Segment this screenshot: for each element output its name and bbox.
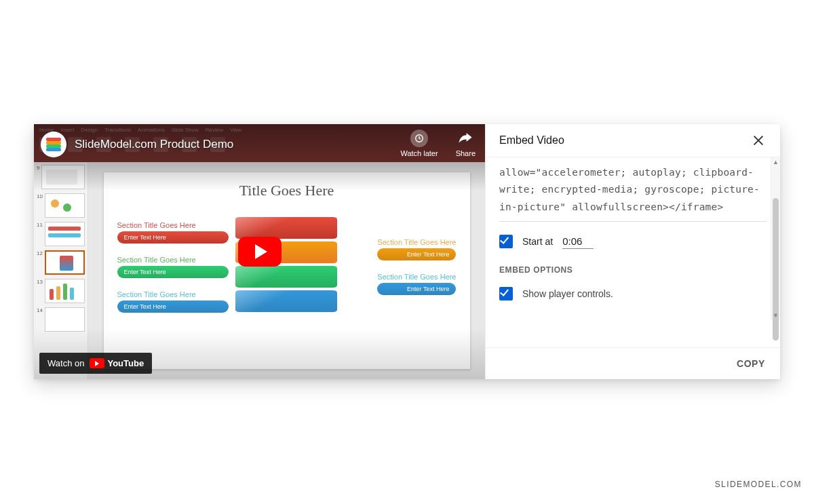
scrollbar[interactable]: ▲ ▼ bbox=[771, 157, 780, 320]
section-pill: Enter Text Here bbox=[117, 301, 229, 313]
watch-on-label: Watch on bbox=[47, 358, 84, 368]
slide-canvas: Title Goes Here Section Title Goes Here … bbox=[88, 162, 485, 379]
section-title: Section Title Goes Here bbox=[117, 290, 229, 298]
slide-thumbnail[interactable]: 13 bbox=[37, 279, 85, 303]
slide-thumbnail[interactable]: 9 bbox=[37, 165, 85, 189]
section-pill: Enter Text Here bbox=[117, 266, 229, 278]
watermark: SLIDEMODEL.COM bbox=[715, 480, 802, 489]
share-icon bbox=[457, 130, 474, 147]
embed-panel-footer: COPY bbox=[486, 347, 780, 379]
embed-options-heading: EMBED OPTIONS bbox=[499, 265, 767, 275]
layer-red bbox=[235, 217, 337, 239]
show-controls-checkbox[interactable] bbox=[499, 287, 513, 301]
watch-later-button[interactable]: Watch later bbox=[400, 130, 438, 157]
slide-thumbnail[interactable]: 11 bbox=[37, 222, 85, 246]
slide-thumbnail[interactable]: 10 bbox=[37, 193, 85, 218]
watch-on-youtube-button[interactable]: Watch on YouTube bbox=[39, 353, 152, 374]
embed-panel-header: Embed Video bbox=[486, 124, 780, 157]
scroll-down-icon[interactable]: ▼ bbox=[771, 311, 780, 320]
show-controls-label: Show player controls. bbox=[522, 288, 613, 299]
section-pill: Enter Text Here bbox=[377, 283, 456, 295]
slide-title: Title Goes Here bbox=[117, 182, 457, 199]
layer-blue bbox=[235, 290, 337, 312]
share-button[interactable]: Share bbox=[456, 130, 476, 157]
slide-thumbnail[interactable]: 14 bbox=[37, 307, 85, 332]
clock-icon bbox=[410, 130, 428, 147]
slide-content: Section Title Goes Here Enter Text Here … bbox=[117, 209, 457, 324]
play-button[interactable] bbox=[238, 237, 282, 267]
video-preview-pane: Home Insert Design Transitions Animation… bbox=[34, 124, 485, 379]
powerpoint-workspace: 9 10 11 12 13 14 Title Goes Here Section… bbox=[34, 162, 485, 379]
start-at-row: Start at bbox=[499, 234, 767, 249]
slide-left-column: Section Title Goes Here Enter Text Here … bbox=[117, 221, 229, 313]
slide: Title Goes Here Section Title Goes Here … bbox=[104, 172, 470, 369]
section-title: Section Title Goes Here bbox=[117, 256, 229, 264]
embed-panel: Embed Video allow="accelerometer; autopl… bbox=[485, 124, 780, 379]
slide-thumbnail-selected[interactable]: 12 bbox=[37, 250, 85, 275]
section-pill: Enter Text Here bbox=[377, 248, 456, 260]
copy-button[interactable]: COPY bbox=[737, 358, 765, 369]
section-block: Section Title Goes Here Enter Text Here bbox=[117, 221, 229, 244]
section-block: Section Title Goes Here Enter Text Here bbox=[377, 273, 456, 295]
section-pill: Enter Text Here bbox=[117, 231, 229, 244]
video-top-actions: Watch later Share bbox=[400, 130, 476, 157]
embed-panel-title: Embed Video bbox=[499, 134, 564, 147]
section-block: Section Title Goes Here Enter Text Here bbox=[117, 256, 229, 278]
section-title: Section Title Goes Here bbox=[377, 238, 456, 246]
embed-panel-body: allow="accelerometer; autoplay; clipboar… bbox=[486, 157, 780, 347]
video-title[interactable]: SlideModel.com Product Demo bbox=[75, 138, 233, 151]
stacked-layers-graphic bbox=[241, 209, 332, 324]
start-at-label: Start at bbox=[522, 236, 553, 247]
channel-avatar[interactable] bbox=[41, 132, 66, 157]
embed-code-block[interactable]: allow="accelerometer; autoplay; clipboar… bbox=[499, 164, 767, 222]
start-at-checkbox[interactable] bbox=[499, 235, 513, 248]
slide-thumbnail-rail[interactable]: 9 10 11 12 13 14 bbox=[34, 162, 88, 379]
layer-green bbox=[235, 266, 337, 288]
show-controls-row: Show player controls. bbox=[499, 287, 767, 301]
scroll-up-icon[interactable]: ▲ bbox=[771, 157, 780, 167]
slide-right-column: Section Title Goes Here Enter Text Here … bbox=[345, 238, 456, 295]
close-icon[interactable] bbox=[750, 132, 767, 149]
section-title: Section Title Goes Here bbox=[117, 221, 229, 229]
embed-video-card: Home Insert Design Transitions Animation… bbox=[34, 124, 780, 379]
youtube-logo: YouTube bbox=[90, 358, 144, 368]
section-block: Section Title Goes Here Enter Text Here bbox=[117, 290, 229, 313]
section-block: Section Title Goes Here Enter Text Here bbox=[377, 238, 456, 260]
section-title: Section Title Goes Here bbox=[377, 273, 456, 281]
start-at-input[interactable] bbox=[562, 234, 594, 249]
